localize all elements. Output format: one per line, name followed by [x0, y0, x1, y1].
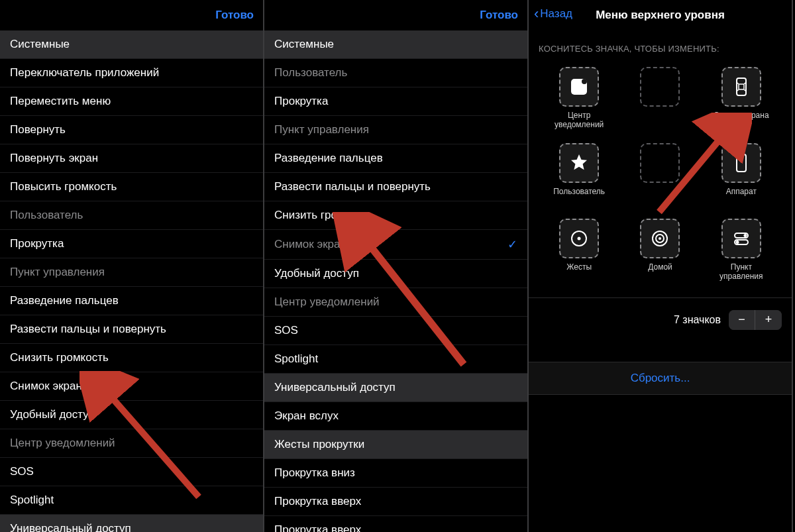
header: Готово — [0, 0, 263, 30]
menu-icon-home[interactable]: Домой — [627, 219, 693, 282]
list-row: Системные — [0, 30, 263, 59]
list-row[interactable]: Повернуть экран — [0, 144, 263, 173]
back-button[interactable]: ‹ Назад — [534, 7, 572, 21]
star-icon — [559, 143, 599, 183]
icon-label: Центр уведомлений — [546, 111, 612, 130]
list-row[interactable]: Центр уведомлений — [0, 429, 263, 458]
list-row[interactable]: SOS — [0, 458, 263, 486]
row-label: Прокрутка вверх — [274, 523, 361, 532]
list-row[interactable]: Переключатель приложений — [0, 59, 263, 87]
menu-icon-notification[interactable]: Центр уведомлений — [546, 67, 612, 130]
icon-count-stepper: − + — [729, 310, 782, 330]
row-label: SOS — [10, 465, 34, 478]
row-label: SOS — [274, 324, 298, 337]
list-row[interactable]: Снимок экрана✓ — [264, 230, 527, 260]
list-row[interactable]: Пользователь — [0, 201, 263, 230]
list-row[interactable]: Разведение пальцев — [0, 287, 263, 315]
list-row[interactable]: Пункт управления — [264, 116, 527, 144]
device-icon — [721, 143, 761, 183]
icon-grid: Центр уведомленийСнимок экранаПользовате… — [529, 60, 792, 295]
svg-point-3 — [582, 79, 587, 84]
list-row[interactable]: Экран вслух — [264, 402, 527, 431]
empty-slot-icon — [640, 67, 680, 107]
list-row[interactable]: Прокрутка вверх — [264, 488, 527, 516]
row-label: Переместить меню — [10, 95, 111, 108]
list-row[interactable]: Spotlight — [264, 345, 527, 374]
list-row[interactable]: Прокрутка вверх — [264, 516, 527, 532]
home-icon — [640, 219, 680, 258]
icon-label: Жесты — [566, 262, 592, 281]
menu-icon-empty — [627, 143, 693, 205]
action-list: СистемныеПереключатель приложенийПеремес… — [0, 30, 263, 532]
panel-action-list-2: Готово СистемныеПользовательПрокруткаПун… — [264, 0, 529, 532]
stepper-plus-button[interactable]: + — [755, 310, 782, 330]
row-label: Центр уведомлений — [10, 437, 115, 450]
list-row[interactable]: Прокрутка — [0, 230, 263, 258]
menu-icon-device[interactable]: Аппарат — [708, 143, 774, 205]
row-label: Spotlight — [10, 494, 54, 507]
row-label: Прокрутка вниз — [274, 466, 355, 480]
row-label: Снизить громкость — [10, 351, 109, 364]
icon-label: Снимок экрана — [714, 111, 769, 129]
list-row[interactable]: Разведение пальцев — [264, 144, 527, 173]
menu-icon-control[interactable]: Пункт управления — [708, 219, 774, 282]
list-row[interactable]: Переместить меню — [0, 87, 263, 116]
svg-rect-6 — [737, 154, 746, 172]
menu-icon-star[interactable]: Пользователь — [546, 143, 612, 205]
row-label: Снизить громкость — [274, 209, 373, 222]
list-row[interactable]: Центр уведомлений — [264, 288, 527, 317]
svg-point-8 — [578, 237, 581, 240]
action-list: СистемныеПользовательПрокруткаПункт упра… — [264, 30, 527, 532]
page-title: Меню верхнего уровня — [596, 9, 725, 22]
stepper-minus-button[interactable]: − — [729, 310, 755, 330]
icon-count-label: 7 значков — [674, 314, 721, 326]
row-label: Прокрутка — [10, 237, 64, 250]
list-row[interactable]: Пункт управления — [0, 258, 263, 287]
done-button[interactable]: Готово — [480, 9, 518, 22]
list-row[interactable]: Снизить громкость — [0, 344, 263, 372]
row-label: Разведение пальцев — [10, 294, 119, 307]
row-label: Системные — [10, 38, 70, 51]
icon-label: Пользователь — [553, 187, 605, 205]
screenshot-icon — [721, 67, 761, 107]
header: Готово — [264, 0, 527, 30]
list-row[interactable]: Развести пальцы и повернуть — [0, 315, 263, 344]
row-label: Повысить громкость — [10, 180, 117, 193]
menu-icon-screenshot[interactable]: Снимок экрана — [708, 67, 774, 130]
header: ‹ Назад Меню верхнего уровня — [529, 0, 792, 30]
icon-label: Пункт управления — [708, 262, 774, 282]
list-row[interactable]: Удобный доступ — [264, 260, 527, 288]
icon-count-row: 7 значков − + — [529, 297, 792, 337]
menu-icon-gesture[interactable]: Жесты — [546, 219, 612, 282]
checkmark-icon: ✓ — [507, 237, 517, 252]
list-row[interactable]: Повернуть — [0, 116, 263, 144]
row-label: Жесты прокрутки — [274, 438, 364, 451]
list-row[interactable]: Прокрутка вниз — [264, 459, 527, 488]
list-row[interactable]: Spotlight — [0, 486, 263, 515]
row-label: Повернуть экран — [10, 152, 98, 165]
row-label: Spotlight — [274, 352, 318, 366]
row-label: Удобный доступ — [10, 408, 95, 421]
list-row[interactable]: Прокрутка — [264, 87, 527, 116]
list-row[interactable]: Удобный доступ — [0, 401, 263, 429]
row-label: Универсальный доступ — [10, 522, 131, 532]
list-row[interactable]: Повысить громкость — [0, 173, 263, 201]
row-label: Пункт управления — [274, 123, 369, 136]
chevron-left-icon: ‹ — [534, 7, 539, 21]
done-button[interactable]: Готово — [215, 9, 254, 22]
row-label: Центр уведомлений — [274, 295, 380, 309]
list-row: Системные — [264, 30, 527, 59]
list-row[interactable]: Пользователь — [264, 59, 527, 87]
svg-point-11 — [659, 237, 661, 240]
menu-icon-empty — [627, 67, 693, 130]
list-row[interactable]: Снизить громкость — [264, 201, 527, 230]
empty-slot-icon — [640, 143, 680, 183]
list-row[interactable]: Развести пальцы и повернуть — [264, 173, 527, 201]
back-label: Назад — [540, 7, 572, 21]
row-label: Прокрутка вверх — [274, 495, 361, 508]
row-label: Прокрутка — [274, 95, 328, 108]
reset-button[interactable]: Сбросить... — [529, 362, 792, 395]
row-label: Развести пальцы и повернуть — [10, 323, 166, 336]
list-row[interactable]: Снимок экрана — [0, 372, 263, 401]
list-row[interactable]: SOS — [264, 317, 527, 345]
